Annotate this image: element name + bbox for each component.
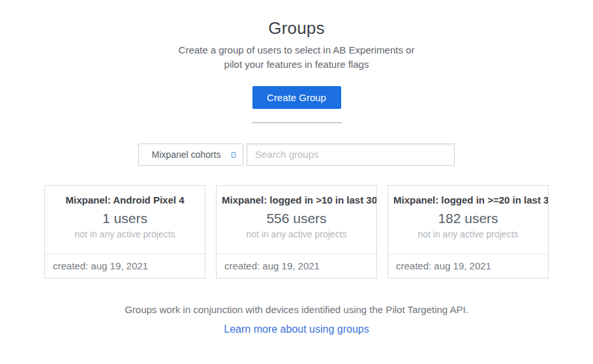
groups-page: Groups Create a group of users to select… (0, 0, 593, 364)
group-card-title: Mixpanel: logged in >10 in last 30 ... (217, 194, 376, 205)
group-card-footer: created: aug 19, 2021 (45, 254, 205, 278)
filter-controls: Mixpanel cohorts (0, 144, 593, 166)
group-card-status: not in any active projects (388, 229, 548, 239)
group-card[interactable]: Mixpanel: logged in >=20 in last 30... 1… (388, 185, 549, 279)
cohort-source-dropdown[interactable]: Mixpanel cohorts (138, 144, 243, 166)
group-card-created: created: aug 19, 2021 (53, 260, 148, 271)
group-card-title: Mixpanel: logged in >=20 in last 30... (388, 194, 548, 205)
group-cards-row: Mixpanel: Android Pixel 4 1 users not in… (0, 185, 593, 279)
group-card-created: created: aug 19, 2021 (224, 260, 320, 271)
group-card-footer: created: aug 19, 2021 (217, 254, 376, 278)
group-card-user-count: 556 users (217, 211, 376, 226)
group-card-user-count: 1 users (45, 211, 205, 226)
group-card[interactable]: Mixpanel: logged in >10 in last 30 ... 5… (216, 185, 377, 279)
search-groups-input[interactable] (247, 144, 455, 166)
group-card-status: not in any active projects (217, 229, 376, 239)
group-card-user-count: 182 users (388, 211, 548, 226)
page-title: Groups (0, 0, 593, 38)
create-group-button[interactable]: Create Group (252, 86, 341, 109)
footer-info-text: Groups work in conjunction with devices … (0, 304, 593, 315)
group-card-status: not in any active projects (45, 229, 205, 239)
group-card-footer: created: aug 19, 2021 (388, 254, 548, 278)
group-card[interactable]: Mixpanel: Android Pixel 4 1 users not in… (44, 185, 205, 279)
learn-more-link[interactable]: Learn more about using groups (0, 324, 593, 335)
section-divider (252, 122, 342, 123)
dropdown-indicator-icon (232, 152, 236, 158)
cohort-dropdown-value: Mixpanel cohorts (152, 149, 221, 160)
page-subtitle: Create a group of users to select in AB … (0, 43, 593, 72)
group-card-created: created: aug 19, 2021 (396, 260, 491, 271)
group-card-title: Mixpanel: Android Pixel 4 (45, 194, 205, 205)
